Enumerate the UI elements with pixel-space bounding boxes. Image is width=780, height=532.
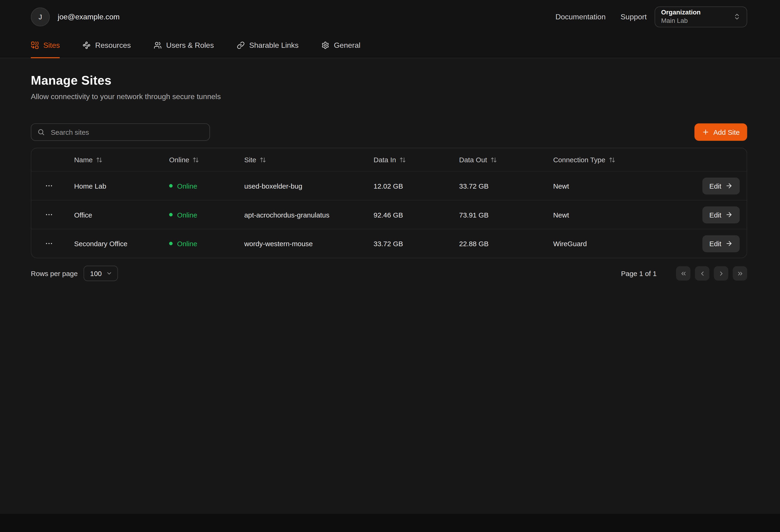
tab-general[interactable]: General	[322, 33, 360, 58]
edit-button[interactable]: Edit	[702, 206, 740, 223]
waypoints-icon	[83, 41, 91, 49]
avatar[interactable]: J	[31, 7, 50, 26]
column-label: Connection Type	[553, 156, 605, 164]
column-header-connection-type[interactable]: Connection Type	[545, 156, 685, 164]
column-label: Data Out	[459, 156, 487, 164]
table-header-row: Name Online Site Data In Data Out	[31, 148, 747, 172]
tab-label: Users & Roles	[166, 41, 214, 49]
arrow-right-icon	[725, 182, 733, 190]
column-header-name[interactable]: Name	[66, 156, 161, 164]
chevron-right-icon	[718, 270, 725, 277]
online-label: Online	[177, 211, 197, 219]
tab-resources[interactable]: Resources	[83, 33, 131, 58]
rows-per-page-select[interactable]: 100	[84, 266, 118, 281]
column-header-data-out[interactable]: Data Out	[451, 156, 545, 164]
edit-label: Edit	[710, 211, 721, 219]
gear-icon	[322, 41, 329, 49]
org-selector-label: Organization	[661, 9, 701, 16]
sites-table: Name Online Site Data In Data Out	[31, 148, 747, 258]
chevrons-right-icon	[736, 270, 743, 277]
nav-support[interactable]: Support	[621, 12, 647, 21]
online-dot	[169, 184, 173, 188]
edit-label: Edit	[710, 239, 721, 247]
plus-icon	[702, 129, 710, 136]
add-site-button[interactable]: Add Site	[694, 123, 747, 141]
column-header-site[interactable]: Site	[236, 156, 366, 164]
account-bar: J joe@example.com Documentation Support …	[0, 0, 780, 33]
chevron-down-icon	[106, 270, 112, 277]
cell-name: Secondary Office	[66, 239, 161, 247]
org-selector-text: Organization Main Lab	[661, 9, 701, 24]
add-site-label: Add Site	[713, 128, 740, 136]
sort-icon	[490, 156, 497, 163]
column-label: Data In	[374, 156, 396, 164]
online-dot	[169, 242, 173, 245]
row-menu-button[interactable]	[41, 178, 56, 193]
top-header: J joe@example.com Documentation Support …	[0, 0, 780, 58]
row-menu-button[interactable]	[41, 236, 56, 251]
cell-online-status: Online	[161, 182, 236, 190]
arrow-right-icon	[725, 211, 733, 219]
cell-data-out: 22.88 GB	[451, 239, 545, 247]
cell-edit: Edit	[702, 206, 747, 223]
first-page-button[interactable]	[676, 266, 690, 281]
row-menu-button[interactable]	[41, 207, 56, 222]
tab-users-roles[interactable]: Users & Roles	[154, 33, 214, 58]
tab-sharable-links[interactable]: Sharable Links	[237, 33, 299, 58]
online-label: Online	[177, 239, 197, 247]
link-icon	[237, 41, 245, 49]
online-dot	[169, 213, 173, 216]
tab-label: Resources	[95, 41, 131, 49]
table-row: Office Online apt-acrochordus-granulatus…	[31, 200, 747, 229]
app: J joe@example.com Documentation Support …	[0, 0, 780, 532]
cell-data-out: 33.72 GB	[451, 182, 545, 190]
user-email: joe@example.com	[58, 12, 120, 21]
org-selector[interactable]: Organization Main Lab	[654, 6, 747, 27]
sites-combine-icon	[31, 41, 39, 49]
cell-data-in: 92.46 GB	[365, 211, 451, 219]
online-label: Online	[177, 182, 197, 190]
chevron-left-icon	[699, 270, 705, 277]
sort-icon	[193, 156, 199, 163]
column-header-data-in[interactable]: Data In	[365, 156, 451, 164]
cell-connection-type: WireGuard	[545, 239, 685, 247]
tab-label: Sites	[43, 41, 60, 49]
cell-name: Office	[66, 211, 161, 219]
cell-site: apt-acrochordus-granulatus	[236, 211, 366, 219]
avatar-initial: J	[39, 13, 42, 20]
column-label: Site	[244, 156, 256, 164]
chevrons-up-down-icon	[733, 13, 741, 20]
cell-data-in: 33.72 GB	[365, 239, 451, 247]
search-input[interactable]	[50, 128, 203, 136]
last-page-button[interactable]	[733, 266, 747, 281]
edit-button[interactable]: Edit	[702, 235, 740, 252]
column-header-online[interactable]: Online	[161, 156, 236, 164]
chevrons-left-icon	[680, 270, 687, 277]
cell-connection-type: Newt	[545, 211, 685, 219]
toolbar: Add Site	[31, 123, 747, 141]
cell-name: Home Lab	[66, 182, 161, 190]
sort-icon	[260, 156, 266, 163]
sort-icon	[96, 156, 103, 163]
tab-sites[interactable]: Sites	[31, 33, 60, 58]
cell-edit: Edit	[702, 235, 747, 252]
cell-site: used-boxelder-bug	[236, 182, 366, 190]
sort-icon	[399, 156, 406, 163]
edit-button[interactable]: Edit	[702, 178, 740, 194]
users-icon	[154, 41, 162, 49]
org-selector-value: Main Lab	[661, 17, 701, 25]
cell-connection-type: Newt	[545, 182, 685, 190]
cell-data-in: 12.02 GB	[365, 182, 451, 190]
rows-per-page-label: Rows per page	[31, 270, 78, 278]
rows-per-page-value: 100	[90, 270, 102, 278]
main-content: Manage Sites Allow connectivity to your …	[0, 73, 780, 281]
nav-documentation[interactable]: Documentation	[555, 12, 605, 21]
search-icon	[37, 129, 45, 136]
table-footer: Rows per page 100 Page 1 of 1	[31, 266, 747, 281]
cell-online-status: Online	[161, 211, 236, 219]
prev-page-button[interactable]	[695, 266, 710, 281]
sort-icon	[609, 156, 616, 163]
edit-label: Edit	[710, 182, 721, 190]
next-page-button[interactable]	[714, 266, 728, 281]
tab-bar: Sites Resources Users & Roles Sharable L…	[0, 33, 780, 58]
